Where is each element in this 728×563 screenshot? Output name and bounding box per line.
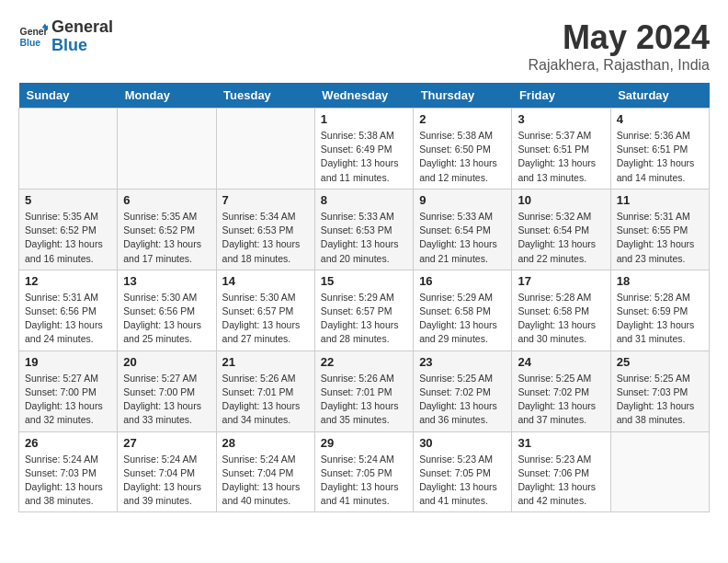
weekday-header: Thursday	[414, 83, 512, 109]
weekday-header: Saturday	[610, 83, 709, 109]
day-number: 20	[123, 355, 210, 369]
day-info: Sunrise: 5:34 AM Sunset: 6:53 PM Dayligh…	[222, 210, 309, 266]
day-number: 10	[518, 193, 604, 207]
calendar-cell: 7Sunrise: 5:34 AM Sunset: 6:53 PM Daylig…	[216, 189, 314, 270]
calendar-cell: 28Sunrise: 5:24 AM Sunset: 7:04 PM Dayli…	[216, 431, 314, 512]
calendar-cell: 14Sunrise: 5:30 AM Sunset: 6:57 PM Dayli…	[216, 270, 314, 350]
day-number: 12	[25, 274, 111, 288]
svg-text:Blue: Blue	[20, 37, 41, 47]
calendar-cell: 6Sunrise: 5:35 AM Sunset: 6:52 PM Daylig…	[118, 189, 216, 270]
calendar-week-row: 19Sunrise: 5:27 AM Sunset: 7:00 PM Dayli…	[19, 350, 710, 431]
calendar-cell: 18Sunrise: 5:28 AM Sunset: 6:59 PM Dayli…	[610, 270, 709, 350]
day-info: Sunrise: 5:27 AM Sunset: 7:00 PM Dayligh…	[123, 372, 210, 428]
day-info: Sunrise: 5:35 AM Sunset: 6:52 PM Dayligh…	[25, 210, 111, 266]
calendar-cell: 29Sunrise: 5:24 AM Sunset: 7:05 PM Dayli…	[314, 431, 413, 512]
day-number: 6	[123, 193, 210, 207]
calendar-cell: 10Sunrise: 5:32 AM Sunset: 6:54 PM Dayli…	[512, 189, 610, 270]
day-number: 17	[518, 274, 604, 288]
day-number: 31	[518, 436, 604, 450]
day-number: 25	[617, 355, 703, 369]
day-number: 8	[321, 193, 407, 207]
day-number: 2	[419, 112, 506, 126]
day-number: 14	[222, 274, 309, 288]
day-info: Sunrise: 5:33 AM Sunset: 6:53 PM Dayligh…	[321, 210, 407, 266]
calendar-cell: 17Sunrise: 5:28 AM Sunset: 6:58 PM Dayli…	[512, 270, 610, 350]
day-number: 19	[25, 355, 111, 369]
title-block: May 2024 Rajakhera, Rajasthan, India	[529, 18, 710, 74]
calendar-cell: 2Sunrise: 5:38 AM Sunset: 6:50 PM Daylig…	[414, 109, 512, 190]
day-number: 13	[123, 274, 210, 288]
calendar-cell: 21Sunrise: 5:26 AM Sunset: 7:01 PM Dayli…	[216, 350, 314, 431]
calendar-cell: 30Sunrise: 5:23 AM Sunset: 7:05 PM Dayli…	[414, 431, 512, 512]
calendar-cell: 1Sunrise: 5:38 AM Sunset: 6:49 PM Daylig…	[314, 109, 413, 190]
day-info: Sunrise: 5:37 AM Sunset: 6:51 PM Dayligh…	[518, 129, 604, 185]
day-number: 24	[518, 355, 604, 369]
day-number: 30	[419, 436, 506, 450]
day-info: Sunrise: 5:36 AM Sunset: 6:51 PM Dayligh…	[617, 129, 703, 185]
calendar-cell	[118, 109, 216, 190]
logo-icon: General Blue	[18, 22, 48, 52]
calendar-cell: 24Sunrise: 5:25 AM Sunset: 7:02 PM Dayli…	[512, 350, 610, 431]
logo-blue-text: Blue	[51, 37, 113, 55]
logo-general-text: General	[51, 18, 113, 37]
day-info: Sunrise: 5:25 AM Sunset: 7:02 PM Dayligh…	[419, 372, 506, 428]
calendar-week-row: 12Sunrise: 5:31 AM Sunset: 6:56 PM Dayli…	[19, 270, 710, 350]
weekday-header: Tuesday	[216, 83, 314, 109]
weekday-header: Monday	[118, 83, 216, 109]
calendar-cell: 15Sunrise: 5:29 AM Sunset: 6:57 PM Dayli…	[314, 270, 413, 350]
day-number: 4	[617, 112, 703, 126]
calendar-cell: 26Sunrise: 5:24 AM Sunset: 7:03 PM Dayli…	[19, 431, 118, 512]
day-number: 21	[222, 355, 309, 369]
day-info: Sunrise: 5:28 AM Sunset: 6:58 PM Dayligh…	[518, 291, 604, 347]
page-title: May 2024	[529, 18, 710, 57]
day-info: Sunrise: 5:24 AM Sunset: 7:04 PM Dayligh…	[123, 453, 210, 509]
page-header: General Blue General Blue May 2024 Rajak…	[18, 18, 710, 74]
calendar-cell: 23Sunrise: 5:25 AM Sunset: 7:02 PM Dayli…	[414, 350, 512, 431]
calendar-cell: 27Sunrise: 5:24 AM Sunset: 7:04 PM Dayli…	[118, 431, 216, 512]
calendar-cell: 4Sunrise: 5:36 AM Sunset: 6:51 PM Daylig…	[610, 109, 709, 190]
day-info: Sunrise: 5:25 AM Sunset: 7:02 PM Dayligh…	[518, 372, 604, 428]
day-info: Sunrise: 5:31 AM Sunset: 6:55 PM Dayligh…	[617, 210, 703, 266]
day-info: Sunrise: 5:38 AM Sunset: 6:49 PM Dayligh…	[321, 129, 407, 185]
calendar-table: SundayMondayTuesdayWednesdayThursdayFrid…	[18, 83, 710, 512]
day-number: 1	[321, 112, 407, 126]
day-number: 23	[419, 355, 506, 369]
day-info: Sunrise: 5:24 AM Sunset: 7:03 PM Dayligh…	[25, 453, 111, 509]
calendar-cell: 8Sunrise: 5:33 AM Sunset: 6:53 PM Daylig…	[314, 189, 413, 270]
day-info: Sunrise: 5:31 AM Sunset: 6:56 PM Dayligh…	[25, 291, 111, 347]
calendar-week-row: 1Sunrise: 5:38 AM Sunset: 6:49 PM Daylig…	[19, 109, 710, 190]
day-info: Sunrise: 5:29 AM Sunset: 6:58 PM Dayligh…	[419, 291, 506, 347]
day-number: 29	[321, 436, 407, 450]
svg-text:General: General	[20, 27, 48, 37]
weekday-header: Wednesday	[314, 83, 413, 109]
day-number: 15	[321, 274, 407, 288]
calendar-cell	[19, 109, 118, 190]
day-info: Sunrise: 5:35 AM Sunset: 6:52 PM Dayligh…	[123, 210, 210, 266]
calendar-header: SundayMondayTuesdayWednesdayThursdayFrid…	[19, 83, 710, 109]
day-number: 26	[25, 436, 111, 450]
day-info: Sunrise: 5:25 AM Sunset: 7:03 PM Dayligh…	[617, 372, 703, 428]
calendar-week-row: 5Sunrise: 5:35 AM Sunset: 6:52 PM Daylig…	[19, 189, 710, 270]
day-number: 3	[518, 112, 604, 126]
day-info: Sunrise: 5:27 AM Sunset: 7:00 PM Dayligh…	[25, 372, 111, 428]
day-info: Sunrise: 5:38 AM Sunset: 6:50 PM Dayligh…	[419, 129, 506, 185]
day-number: 28	[222, 436, 309, 450]
day-info: Sunrise: 5:26 AM Sunset: 7:01 PM Dayligh…	[222, 372, 309, 428]
day-number: 9	[419, 193, 506, 207]
calendar-cell: 20Sunrise: 5:27 AM Sunset: 7:00 PM Dayli…	[118, 350, 216, 431]
day-info: Sunrise: 5:23 AM Sunset: 7:05 PM Dayligh…	[419, 453, 506, 509]
page-subtitle: Rajakhera, Rajasthan, India	[529, 57, 710, 74]
calendar-cell: 25Sunrise: 5:25 AM Sunset: 7:03 PM Dayli…	[610, 350, 709, 431]
day-number: 18	[617, 274, 703, 288]
calendar-cell: 3Sunrise: 5:37 AM Sunset: 6:51 PM Daylig…	[512, 109, 610, 190]
calendar-body: 1Sunrise: 5:38 AM Sunset: 6:49 PM Daylig…	[19, 109, 710, 512]
calendar-cell: 22Sunrise: 5:26 AM Sunset: 7:01 PM Dayli…	[314, 350, 413, 431]
day-info: Sunrise: 5:29 AM Sunset: 6:57 PM Dayligh…	[321, 291, 407, 347]
calendar-cell: 13Sunrise: 5:30 AM Sunset: 6:56 PM Dayli…	[118, 270, 216, 350]
day-info: Sunrise: 5:23 AM Sunset: 7:06 PM Dayligh…	[518, 453, 604, 509]
calendar-cell: 16Sunrise: 5:29 AM Sunset: 6:58 PM Dayli…	[414, 270, 512, 350]
calendar-cell: 12Sunrise: 5:31 AM Sunset: 6:56 PM Dayli…	[19, 270, 118, 350]
weekday-header: Sunday	[19, 83, 118, 109]
day-number: 7	[222, 193, 309, 207]
weekday-row: SundayMondayTuesdayWednesdayThursdayFrid…	[19, 83, 710, 109]
